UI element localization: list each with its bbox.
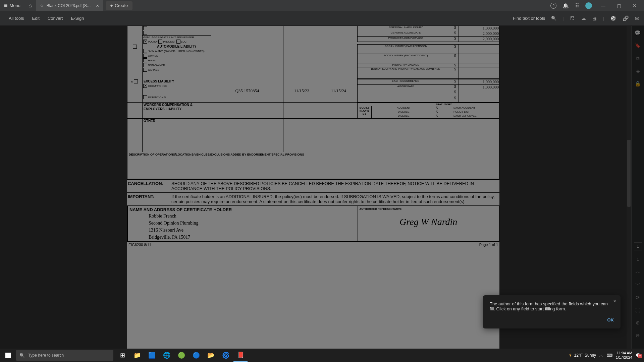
hamburger-icon [4, 2, 8, 9]
fill-form-tooltip: The author of this form has specified th… [483, 295, 621, 328]
layers-icon[interactable]: ◈ [636, 68, 640, 74]
signature: Greg W Nardin [359, 217, 497, 227]
star-icon[interactable] [40, 3, 44, 8]
pages-icon[interactable]: ⧉ [636, 55, 640, 61]
mail-icon[interactable] [635, 15, 639, 21]
effective-date: 11/15/23 [283, 79, 320, 103]
checkbox[interactable] [143, 26, 147, 30]
apps-grid-icon[interactable] [575, 2, 579, 9]
stamp-icon[interactable] [610, 15, 616, 21]
convert-tab[interactable]: Convert [44, 16, 67, 21]
search-icon [19, 353, 25, 358]
page-indicator: Page 1 of 1 [479, 243, 498, 247]
sun-icon [569, 353, 572, 358]
scroll-thumb[interactable] [627, 140, 631, 207]
chevron-up-icon[interactable]: ︿ [635, 268, 640, 275]
weather-widget[interactable]: 12°F Sunny [569, 353, 596, 358]
bookmark-icon[interactable]: 🔖 [635, 43, 641, 49]
rotate-icon[interactable]: ⟳ [636, 295, 640, 301]
pdf-page: GEN'L AGGREGATE LIMIT APPLIES PER: POLIC… [127, 26, 499, 349]
holder-name: Robbie French [149, 213, 357, 220]
close-button[interactable]: ✕ [630, 3, 639, 8]
form-id: EIG6230 8/11 [128, 243, 151, 247]
link-icon[interactable] [623, 15, 629, 21]
titlebar: Menu ⌂ Blank COI 2023.pdf (SEC... Create… [0, 0, 644, 11]
save-icon[interactable] [570, 15, 575, 21]
windows-taskbar: Type here to search ⊞ 📁 🟦 🌐 🟢 🔵 📂 🌀 📕 12… [0, 349, 644, 362]
firefox-icon[interactable]: 🔵 [189, 349, 203, 362]
page-count: 1 [637, 257, 639, 262]
lock-icon[interactable]: 🔒 [635, 81, 641, 87]
all-tools-tab[interactable]: All tools [5, 16, 28, 21]
keyboard-icon[interactable]: ⌨ [607, 353, 612, 358]
checkbox-loc[interactable] [176, 40, 180, 44]
action-center-icon[interactable]: 💬 [636, 353, 641, 358]
clock[interactable]: 11:04 AM 1/17/2024 [616, 351, 632, 360]
cloud-upload-icon[interactable] [581, 15, 586, 21]
checkbox[interactable] [143, 31, 147, 35]
checkbox-policy[interactable] [143, 40, 147, 44]
policy-number: Q35 1570854 [211, 79, 283, 103]
home-button[interactable]: ⌂ [24, 3, 36, 9]
vertical-scrollbar[interactable] [627, 26, 631, 349]
esign-tab[interactable]: E-Sign [67, 16, 88, 21]
edge-icon[interactable]: 🌀 [219, 349, 233, 362]
menu-label: Menu [10, 3, 21, 8]
help-icon[interactable] [550, 2, 556, 9]
search-placeholder: Type here to search [28, 353, 64, 358]
zoom-in-icon[interactable]: ⊕ [636, 320, 640, 326]
tab-close-icon[interactable] [96, 3, 99, 8]
chevron-down-icon[interactable]: ﹀ [635, 282, 640, 288]
tray-chevron-icon[interactable]: ︿ [599, 353, 603, 358]
holder-street: 1316 Nissouri Ave [149, 227, 357, 234]
holder-city: Bridgeville, PA 15017 [149, 234, 357, 241]
notifications-icon[interactable] [562, 3, 569, 9]
toolbar: All tools Edit Convert E-Sign Find text … [0, 11, 644, 26]
task-view-icon[interactable]: ⊞ [115, 349, 129, 362]
search-icon[interactable] [551, 16, 556, 21]
document-viewport: GEN'L AGGREGATE LIMIT APPLIES PER: POLIC… [0, 26, 644, 349]
chrome-icon[interactable]: 🌐 [160, 349, 174, 362]
comment-icon[interactable]: 💬 [635, 30, 641, 36]
tab-title: Blank COI 2023.pdf (SEC... [47, 3, 93, 8]
print-icon[interactable] [592, 15, 597, 21]
find-text-label[interactable]: Find text or tools [513, 16, 545, 21]
expiration-date: 11/15/24 [320, 79, 357, 103]
right-panel: 💬 🔖 ⧉ ◈ 🔒 1 1 ︿ ﹀ ⟳ ⛶ ⊕ ⊖ [631, 26, 644, 349]
taskbar-app[interactable]: 📁 [130, 349, 144, 362]
create-button[interactable]: Create [106, 1, 133, 10]
minimize-button[interactable]: — [598, 3, 608, 8]
tooltip-ok-button[interactable]: OK [490, 317, 614, 322]
zoom-out-icon[interactable]: ⊖ [636, 333, 640, 339]
create-label: Create [115, 3, 128, 8]
spotify-icon[interactable]: 🟢 [174, 349, 189, 362]
agg-limit-label: GEN'L AGGREGATE LIMIT APPLIES PER: [143, 35, 211, 39]
start-button[interactable] [0, 353, 16, 358]
document-tab[interactable]: Blank COI 2023.pdf (SEC... [36, 0, 103, 11]
holder-company: Second Opinion Plumbing [149, 220, 357, 227]
menu-button[interactable]: Menu [0, 2, 24, 9]
maximize-button[interactable]: ▢ [614, 3, 624, 8]
windows-logo-icon [5, 353, 11, 358]
edit-tab[interactable]: Edit [28, 16, 44, 21]
checkbox[interactable] [133, 45, 137, 49]
plus-icon [110, 3, 113, 8]
taskbar-search[interactable]: Type here to search [16, 350, 113, 361]
avatar[interactable] [585, 2, 592, 9]
acrobat-icon[interactable]: 📕 [233, 349, 248, 362]
page-number-input[interactable]: 1 [634, 242, 642, 250]
fit-width-icon[interactable]: ⛶ [635, 307, 640, 313]
taskbar-app[interactable]: 🟦 [145, 349, 159, 362]
explorer-icon[interactable]: 📂 [204, 349, 218, 362]
checkbox-project[interactable] [158, 40, 162, 44]
tooltip-message: The author of this form has specified th… [490, 301, 614, 311]
checkbox-occurrence[interactable] [143, 84, 147, 88]
tooltip-close-icon[interactable] [613, 299, 616, 304]
